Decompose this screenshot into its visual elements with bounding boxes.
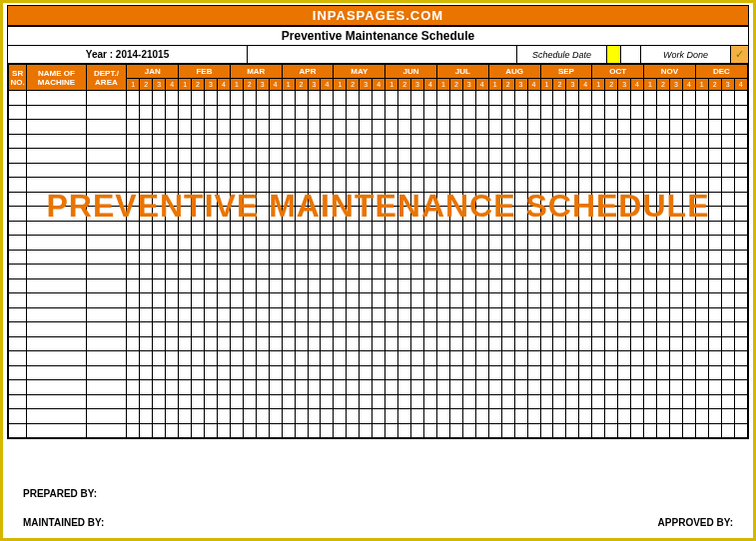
cell[interactable]	[436, 394, 449, 409]
cell[interactable]	[86, 236, 127, 251]
cell[interactable]	[411, 365, 424, 380]
cell[interactable]	[682, 163, 695, 178]
cell[interactable]	[592, 365, 605, 380]
cell[interactable]	[385, 409, 398, 424]
cell[interactable]	[734, 336, 747, 351]
cell[interactable]	[86, 423, 127, 438]
cell[interactable]	[644, 365, 657, 380]
cell[interactable]	[282, 365, 295, 380]
cell[interactable]	[230, 236, 243, 251]
cell[interactable]	[385, 192, 398, 207]
cell[interactable]	[217, 351, 230, 366]
cell[interactable]	[734, 163, 747, 178]
cell[interactable]	[631, 293, 644, 308]
cell[interactable]	[424, 207, 437, 222]
cell[interactable]	[424, 293, 437, 308]
cell[interactable]	[605, 322, 618, 337]
cell[interactable]	[166, 409, 179, 424]
cell[interactable]	[734, 322, 747, 337]
cell[interactable]	[566, 351, 579, 366]
cell[interactable]	[321, 91, 334, 106]
cell[interactable]	[179, 250, 192, 265]
cell[interactable]	[566, 365, 579, 380]
cell[interactable]	[398, 134, 411, 149]
cell[interactable]	[243, 423, 256, 438]
cell[interactable]	[334, 149, 347, 164]
cell[interactable]	[140, 409, 153, 424]
cell[interactable]	[243, 394, 256, 409]
cell[interactable]	[553, 207, 566, 222]
cell[interactable]	[230, 322, 243, 337]
cell[interactable]	[708, 236, 721, 251]
cell[interactable]	[579, 322, 592, 337]
cell[interactable]	[411, 336, 424, 351]
cell[interactable]	[86, 120, 127, 135]
cell[interactable]	[347, 265, 360, 279]
cell[interactable]	[140, 192, 153, 207]
cell[interactable]	[243, 163, 256, 178]
cell[interactable]	[527, 351, 540, 366]
cell[interactable]	[656, 178, 669, 193]
cell[interactable]	[708, 221, 721, 236]
cell[interactable]	[644, 278, 657, 293]
cell[interactable]	[553, 322, 566, 337]
cell[interactable]	[501, 163, 514, 178]
cell[interactable]	[669, 236, 682, 251]
cell[interactable]	[618, 336, 631, 351]
cell[interactable]	[669, 365, 682, 380]
cell[interactable]	[140, 250, 153, 265]
cell[interactable]	[243, 207, 256, 222]
cell[interactable]	[501, 293, 514, 308]
cell[interactable]	[436, 307, 449, 322]
cell[interactable]	[449, 120, 462, 135]
cell[interactable]	[282, 351, 295, 366]
cell[interactable]	[230, 380, 243, 395]
cell[interactable]	[501, 307, 514, 322]
cell[interactable]	[347, 91, 360, 106]
cell[interactable]	[644, 265, 657, 279]
cell[interactable]	[656, 351, 669, 366]
cell[interactable]	[86, 221, 127, 236]
cell[interactable]	[243, 178, 256, 193]
cell[interactable]	[385, 207, 398, 222]
cell[interactable]	[347, 178, 360, 193]
cell[interactable]	[721, 178, 734, 193]
cell[interactable]	[86, 336, 127, 351]
cell[interactable]	[605, 178, 618, 193]
cell[interactable]	[230, 120, 243, 135]
cell[interactable]	[411, 163, 424, 178]
cell[interactable]	[86, 207, 127, 222]
cell[interactable]	[424, 163, 437, 178]
cell[interactable]	[9, 163, 27, 178]
cell[interactable]	[9, 207, 27, 222]
cell[interactable]	[308, 207, 321, 222]
cell[interactable]	[347, 380, 360, 395]
cell[interactable]	[514, 365, 527, 380]
cell[interactable]	[179, 409, 192, 424]
cell[interactable]	[488, 120, 501, 135]
cell[interactable]	[204, 236, 217, 251]
cell[interactable]	[644, 322, 657, 337]
cell[interactable]	[411, 105, 424, 120]
cell[interactable]	[308, 409, 321, 424]
cell[interactable]	[295, 293, 308, 308]
cell[interactable]	[631, 423, 644, 438]
cell[interactable]	[153, 163, 166, 178]
cell[interactable]	[308, 423, 321, 438]
cell[interactable]	[308, 293, 321, 308]
cell[interactable]	[436, 178, 449, 193]
cell[interactable]	[592, 380, 605, 395]
cell[interactable]	[269, 278, 282, 293]
cell[interactable]	[488, 236, 501, 251]
cell[interactable]	[605, 207, 618, 222]
cell[interactable]	[682, 207, 695, 222]
cell[interactable]	[308, 336, 321, 351]
cell[interactable]	[449, 307, 462, 322]
cell[interactable]	[501, 351, 514, 366]
cell[interactable]	[553, 409, 566, 424]
cell[interactable]	[734, 278, 747, 293]
cell[interactable]	[579, 423, 592, 438]
cell[interactable]	[295, 250, 308, 265]
cell[interactable]	[501, 278, 514, 293]
cell[interactable]	[411, 221, 424, 236]
